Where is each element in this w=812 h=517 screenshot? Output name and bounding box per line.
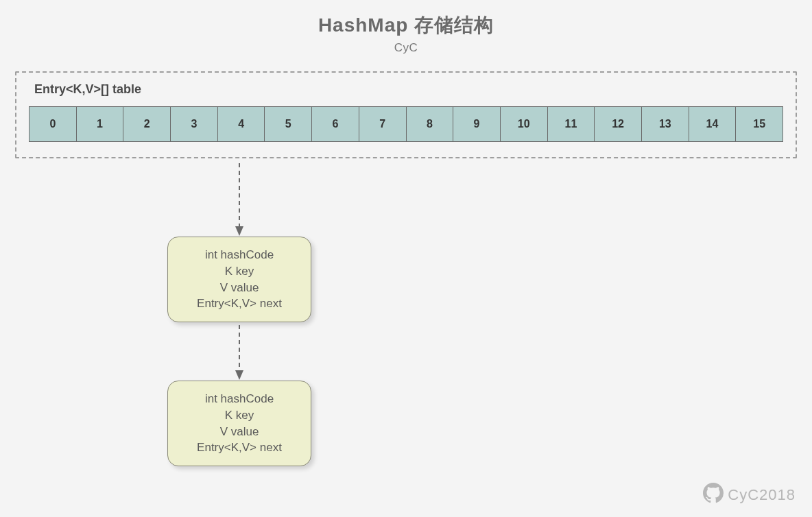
arrow-node1-to-node2 [235,325,249,381]
svg-marker-1 [235,226,243,236]
svg-marker-3 [235,370,243,380]
bucket-cell: 13 [642,106,689,142]
bucket-cell: 7 [359,106,407,142]
bucket-cell: 3 [171,106,218,142]
bucket-cell: 10 [501,106,548,142]
bucket-cell: 9 [453,106,501,142]
bucket-cell: 12 [595,106,642,142]
table-type-label: Entry<K,V>[] table [34,82,783,97]
github-icon [703,483,724,507]
table-container: Entry<K,V>[] table 0 1 2 3 4 5 6 7 8 9 1… [15,71,797,158]
diagram-title: HashMap 存储结构 [0,0,812,38]
entry-field: K key [175,263,304,280]
entry-field: Entry<K,V> next [175,296,304,312]
entry-field: int hashCode [175,247,304,263]
bucket-cell: 4 [218,106,265,142]
bucket-cell: 11 [548,106,595,142]
bucket-cell: 6 [312,106,359,142]
bucket-cell: 5 [265,106,312,142]
bucket-cell: 1 [77,106,124,142]
entry-field: V value [175,424,304,440]
entry-field: V value [175,280,304,296]
credit: CyC2018 [703,483,796,507]
bucket-array: 0 1 2 3 4 5 6 7 8 9 10 11 12 13 14 15 [29,106,783,142]
bucket-cell: 0 [29,106,77,142]
entry-node-2: int hashCode K key V value Entry<K,V> ne… [167,381,311,466]
bucket-cell: 15 [736,106,783,142]
credit-text: CyC2018 [728,486,796,504]
entry-field: int hashCode [175,391,304,407]
entry-node-1: int hashCode K key V value Entry<K,V> ne… [167,237,311,322]
entry-field: Entry<K,V> next [175,440,304,456]
entry-field: K key [175,407,304,424]
arrow-bucket-to-node1 [235,163,249,237]
bucket-cell: 14 [689,106,737,142]
bucket-cell: 8 [407,106,454,142]
diagram-subtitle: CyC [0,41,812,55]
bucket-cell: 2 [123,106,171,142]
